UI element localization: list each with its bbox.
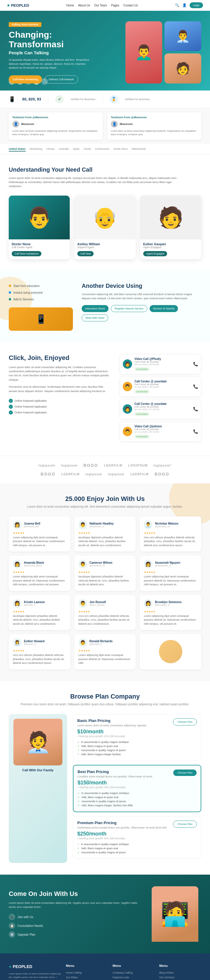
- footer-link-2-1[interactable]: Company Calling: [113, 970, 154, 975]
- plan-3-f1: ✓In assumenda in quality magnis similiqu…: [77, 842, 197, 846]
- plan-1-price: $10/month: [77, 729, 197, 735]
- understanding-card-3-btn[interactable]: Agent Engaged: [143, 251, 167, 256]
- cta-features: 📞 Join with Us 📋 Consultation Needs ⬆️ U…: [9, 914, 143, 938]
- understanding-card-2-footer: Ashley William Support Agent Call Now: [75, 239, 135, 259]
- tcard-11-text: Lorem adipiscing dipit amet consequat po…: [78, 653, 132, 665]
- another-btn-1[interactable]: Interactive Demo: [82, 305, 108, 312]
- country-tab-monetizing[interactable]: Monetizing: [30, 147, 43, 151]
- tcard-5: 👨 Cameron Wilson @Cameron_W ★★★★★ Iaculi…: [75, 555, 136, 591]
- click-join-title: Click, Join, Enjoyed: [9, 354, 113, 362]
- tcard-7-header: 👩 Kristin Lawson @Kristin_L: [13, 599, 66, 608]
- tcard-11: 👨 Ronald Richards @Ronald_R ★★★★★ Lorem …: [75, 634, 136, 670]
- footer-brand: ● PEOPLED Lorem ipsum dolor sit amet con…: [9, 964, 61, 980]
- feature-item-1: Start from education: [9, 283, 73, 289]
- call-card-3-sub2: 14 Jun 2022 | 07:25 PM: [134, 408, 191, 411]
- footer-col-1: Menu Home Calling Our Plans Login Paging…: [66, 964, 108, 980]
- tcard-6: 👩 Savannah Nguyen @Savannah_N ★★★★★ Lore…: [140, 555, 201, 591]
- hero-description: Ut quaestat ulluptat eatur, sitas iduntu…: [9, 58, 91, 70]
- tcard-10-stars: ★★★★★: [13, 649, 66, 652]
- understanding-card-1-footer: Dexter None Call Center Agent Call Now A…: [9, 239, 70, 259]
- footer-link-3-1[interactable]: Blog Articles: [159, 970, 201, 975]
- hero-primary-button[interactable]: Call Now Answering: [9, 75, 42, 83]
- tcard-5-header: 👨 Cameron Wilson @Cameron_W: [78, 560, 132, 568]
- footer-col-2-links: Company Calling Features Lists Pricing T…: [113, 970, 154, 980]
- tcard-4-avatar: 👩: [13, 560, 22, 568]
- testimonial-1-name: dkeverson: [21, 123, 34, 126]
- nav-pages[interactable]: Pages: [111, 4, 119, 7]
- hero-badge: Calling Voice Number: [9, 22, 41, 27]
- tcard-8-name: Jon Russell: [89, 600, 106, 604]
- footer-link-3-2[interactable]: Our Services: [159, 975, 201, 980]
- footer: ● PEOPLED Lorem ipsum dolor sit amet con…: [0, 953, 210, 980]
- tcard-4: 👩 Amanda Black @Amanda_Black ★★★★★ Lorem…: [9, 555, 70, 591]
- country-tab-netherlands[interactable]: Netherlands: [132, 147, 146, 151]
- tcard-8-header: 👨 Jon Russell @Jon_Russell: [78, 599, 132, 608]
- browse-plans-col: Basic Plan Pricing Lorem ipsum dolor sit…: [73, 714, 201, 863]
- country-tab-us[interactable]: United States: [9, 147, 25, 151]
- tcard-8: 👨 Jon Russell @Jon_Russell ★★★★★ Arcu or…: [75, 595, 136, 630]
- tcard-10-header: 👩‍💼 Esther Howard @Esther_H: [13, 638, 66, 647]
- hero-image-2: 👨‍💼: [164, 21, 201, 51]
- tcard-11-name: Ronald Richards: [89, 640, 113, 643]
- country-tab-spain[interactable]: Spain: [73, 147, 80, 151]
- browse-person-img: 🧑‍💼: [13, 719, 62, 765]
- call-card-3-tag: Connected: [134, 412, 150, 416]
- plan-2-f3: ✓Assumenda in quality magna sit ipsum: [78, 799, 197, 803]
- country-tabs: United States Monetizing Chinas Australi…: [0, 144, 210, 155]
- search-icon[interactable]: 🔍: [175, 3, 180, 7]
- nav-contact[interactable]: Contact Us: [123, 4, 138, 7]
- browse-section: Browse Plan Company Premium mus lorem do…: [0, 681, 210, 875]
- cta-person-img: 🧑‍💻: [152, 886, 198, 942]
- plan-1-f1: ✓In assumenda in quality magnis similiqu…: [77, 740, 197, 744]
- understanding-card-3-role: Agent Engaged: [143, 246, 198, 249]
- plan-3-btn[interactable]: Choose Plan: [173, 821, 197, 827]
- nav-home[interactable]: Home: [66, 4, 74, 7]
- yellow-ball-img: [159, 640, 182, 663]
- country-tab-contorseum[interactable]: Contorseum: [95, 147, 110, 151]
- plan-1-btn[interactable]: Choose Plan: [173, 718, 197, 725]
- another-btn-3[interactable]: Service To Specify: [150, 305, 178, 312]
- understanding-card-1-btn[interactable]: Call Now Assistance: [12, 251, 41, 256]
- another-btn-2[interactable]: Register Interest Service: [111, 305, 147, 312]
- nav-logo[interactable]: ● PEOPLED: [7, 3, 29, 8]
- tcard-8-avatar: 👨: [78, 599, 87, 608]
- click-join-desc: Lorem ipsum dolor sit amet consectetur a…: [9, 365, 113, 382]
- country-tab-australia[interactable]: Australia: [59, 147, 69, 151]
- understanding-cards: 👨 Dexter None Call Center Agent Call Now…: [9, 196, 201, 259]
- understanding-card-2-btn[interactable]: Call Now: [77, 251, 94, 256]
- tcard-11-handle: @Ronald_R: [89, 643, 113, 646]
- stat-badge-icon: 🏅: [110, 95, 118, 103]
- brands-row-2: BOGO LEERFILM logipsum logipsum LEERFILM…: [9, 472, 201, 476]
- feature-dot-2: [9, 291, 11, 294]
- another-btn-4[interactable]: Meet With Team: [82, 314, 108, 321]
- footer-link-2-2[interactable]: Features Lists: [113, 975, 154, 980]
- plan-2-name: Best Plan Pricing: [78, 770, 153, 774]
- country-tab-south-africa[interactable]: South Africa: [113, 147, 128, 151]
- login-button[interactable]: Login: [189, 2, 203, 8]
- tcard-6-text: Lorem adipiscing dipit amet consequat po…: [144, 575, 197, 587]
- tcard-1-name: Joanna Bell: [24, 522, 40, 525]
- brand-11: LEERFILM: [130, 473, 149, 476]
- footer-logo-text: PEOPLED: [13, 964, 32, 969]
- footer-link-1-1[interactable]: Home Calling: [66, 970, 108, 975]
- tcard-4-name: Amanda Black: [24, 561, 44, 564]
- hero-secondary-button[interactable]: Delivery Call Network: [45, 75, 78, 83]
- call-card-1-sub: Call Center @ yourdate: [134, 361, 191, 363]
- nav-team[interactable]: Our Team: [94, 4, 107, 7]
- understanding-card-1-image: 👨: [9, 196, 70, 239]
- plan-2-f4: ✓Velit, libero magna Integer, facilisis …: [78, 803, 197, 807]
- feature-dot-3: [9, 298, 11, 301]
- understanding-card-3: 🧑 Esther Gaspari Agent Engaged Agent Eng…: [140, 196, 201, 259]
- understanding-card-1-role: Call Center Agent: [12, 246, 67, 249]
- tcard-11-avatar: 👨: [78, 638, 87, 647]
- country-tab-chinas[interactable]: Chinas: [46, 147, 54, 151]
- another-device-buttons: Interactive Demo Register Interest Servi…: [82, 305, 201, 321]
- nav-about[interactable]: About Us: [78, 4, 90, 7]
- footer-link-1-2[interactable]: Our Plans: [66, 975, 108, 980]
- understanding-card-3-footer: Esther Gaspari Agent Engaged Agent Engag…: [140, 239, 201, 259]
- click-join-left: Click, Join, Enjoyed Lorem ipsum dolor s…: [9, 354, 113, 444]
- user-icon[interactable]: 👤: [182, 3, 187, 7]
- plan-2-btn[interactable]: Choose Plan: [173, 770, 197, 776]
- country-tab-greek[interactable]: Greek: [84, 147, 91, 151]
- tcard-10-handle: @Esther_H: [24, 643, 45, 646]
